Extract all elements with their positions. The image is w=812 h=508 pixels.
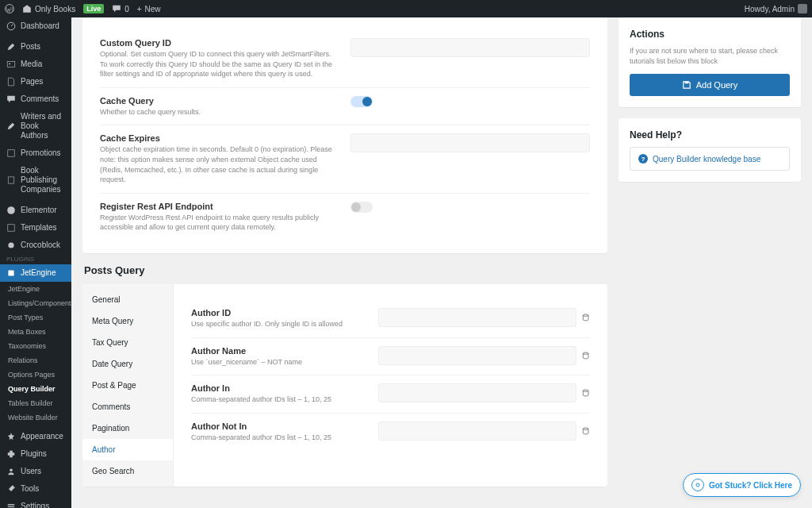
tab-general[interactable]: General <box>82 289 173 310</box>
database-icon[interactable] <box>581 388 590 398</box>
tab-pagination[interactable]: Pagination <box>82 418 173 439</box>
subitem-posttypes[interactable]: Post Types <box>0 310 71 325</box>
sidebar-item-tools[interactable]: Tools <box>0 480 71 498</box>
setting-label: Cache Query <box>100 96 338 106</box>
subitem-metaboxes[interactable]: Meta Boxes <box>0 325 71 339</box>
sidebar-label: Elementor <box>21 206 57 215</box>
wp-logo[interactable] <box>5 4 14 13</box>
cache-expires-input[interactable] <box>350 133 590 152</box>
subitem-taxonomies[interactable]: Taxonomies <box>0 339 71 353</box>
sidebar-item-promotions[interactable]: Promotions <box>0 144 71 162</box>
svg-rect-2 <box>7 61 15 67</box>
sidebar-label: Pages <box>21 77 43 87</box>
sidebar-item-posts[interactable]: Posts <box>0 38 71 56</box>
comments-count: 0 <box>124 5 129 13</box>
author-not-in-input[interactable] <box>378 421 576 441</box>
tab-meta-query[interactable]: Meta Query <box>82 310 173 332</box>
sidebar-label: Templates <box>21 223 57 233</box>
sidebar-item-comments[interactable]: Comments <box>0 90 71 108</box>
field-desc: Comma-separated author IDs list – 1, 10,… <box>191 394 366 405</box>
sidebar-label: Posts <box>21 42 40 52</box>
svg-point-3 <box>9 64 10 65</box>
got-stuck-button[interactable]: Got Stuck? Click Here <box>683 473 801 497</box>
svg-point-17 <box>583 428 588 429</box>
howdy-link[interactable]: Howdy, Admin <box>745 4 807 13</box>
actions-box: Actions If you are not sure where to sta… <box>619 17 801 107</box>
tab-date-query[interactable]: Date Query <box>82 353 173 375</box>
database-icon[interactable] <box>581 351 590 360</box>
setting-desc: Register WordPress Rest API endpoint to … <box>100 213 338 233</box>
database-icon[interactable] <box>581 426 590 436</box>
author-name-input[interactable] <box>378 346 576 365</box>
sidebar-item-templates[interactable]: Templates <box>0 219 71 237</box>
sidebar-label: Book Publishing Companies <box>21 166 65 194</box>
database-icon[interactable] <box>581 313 590 322</box>
help-link[interactable]: ? Query Builder knowledge base <box>630 147 790 171</box>
tab-list: General Meta Query Tax Query Date Query … <box>82 284 174 487</box>
subitem-tables[interactable]: Tables Builder <box>0 396 71 410</box>
rest-api-toggle[interactable] <box>350 202 373 213</box>
sidebar-item-jetengine[interactable]: JetEngine <box>0 264 71 282</box>
tab-content-author: Author ID Use specific author ID. Only s… <box>174 284 607 487</box>
subitem-listings[interactable]: Listings/Components <box>0 296 71 310</box>
svg-rect-10 <box>8 504 14 505</box>
help-link-text: Query Builder knowledge base <box>653 155 760 164</box>
sidebar-label: Comments <box>21 94 59 104</box>
sidebar-item-appearance[interactable]: Appearance <box>0 428 71 445</box>
setting-label: Cache Expires <box>100 133 338 143</box>
plugins-separator: PLUGINS <box>0 254 71 264</box>
tab-geo-search[interactable]: Geo Search <box>82 460 173 482</box>
svg-point-16 <box>583 390 588 391</box>
new-label: New <box>145 5 161 13</box>
tab-tax-query[interactable]: Tax Query <box>82 332 173 353</box>
help-icon: ? <box>638 154 648 164</box>
sidebar-item-media[interactable]: Media <box>0 56 71 73</box>
sidebar-item-elementor[interactable]: Elementor <box>0 202 71 219</box>
tab-comments[interactable]: Comments <box>82 396 173 418</box>
svg-rect-6 <box>8 225 14 231</box>
sidebar-item-plugins[interactable]: Plugins <box>0 445 71 463</box>
field-author-name: Author Name Use `user_nicename` – NOT na… <box>191 338 590 376</box>
subitem-jetengine[interactable]: JetEngine <box>0 282 71 296</box>
subitem-website[interactable]: Website Builder <box>0 410 71 425</box>
field-label: Author Name <box>191 346 366 356</box>
site-name-link[interactable]: Only Books <box>22 4 75 13</box>
sidebar-label: Writers and Book Authors <box>21 112 65 140</box>
setting-rest-api: Register Rest API Endpoint Register Word… <box>100 194 590 241</box>
tab-post-page[interactable]: Post & Page <box>82 375 173 396</box>
setting-label: Custom Query ID <box>100 38 338 48</box>
cache-query-toggle[interactable] <box>350 96 373 107</box>
help-title: Need Help? <box>630 129 790 140</box>
subitem-relations[interactable]: Relations <box>0 353 71 368</box>
howdy-text: Howdy, Admin <box>745 5 795 13</box>
sidebar-item-users[interactable]: Users <box>0 463 71 480</box>
field-desc: Use specific author ID. Only single ID i… <box>191 319 366 329</box>
comments-link[interactable]: 0 <box>112 4 129 13</box>
custom-query-id-input[interactable] <box>350 38 590 57</box>
sidebar-item-writers[interactable]: Writers and Book Authors <box>0 108 71 144</box>
sidebar-item-settings[interactable]: Settings <box>0 498 71 508</box>
sidebar-item-pages[interactable]: Pages <box>0 73 71 90</box>
setting-desc: Optional. Set custom Query ID to connect… <box>100 49 338 79</box>
sidebar-label: Plugins <box>21 449 47 459</box>
sidebar-item-crocoblock[interactable]: Crocoblock <box>0 237 71 254</box>
field-desc: Comma-separated author IDs list – 1, 10,… <box>191 433 366 443</box>
posts-query-title: Posts Query <box>82 264 607 276</box>
sidebar-item-dashboard[interactable]: Dashboard <box>0 17 71 35</box>
sidebar-item-publishing[interactable]: Book Publishing Companies <box>0 162 71 198</box>
new-link[interactable]: +New <box>137 5 161 13</box>
author-in-input[interactable] <box>378 383 576 402</box>
query-settings-panel: Custom Query ID Optional. Set custom Que… <box>82 17 607 253</box>
lifebuoy-icon <box>691 479 704 491</box>
posts-query-panel: General Meta Query Tax Query Date Query … <box>82 284 607 487</box>
save-icon <box>682 80 691 90</box>
help-box: Need Help? ? Query Builder knowledge bas… <box>619 118 801 182</box>
tab-author[interactable]: Author <box>82 439 173 460</box>
field-author-in: Author In Comma-separated author IDs lis… <box>191 375 590 414</box>
add-query-button[interactable]: Add Query <box>630 74 790 96</box>
field-label: Author ID <box>191 308 366 318</box>
subitem-querybuilder[interactable]: Query Builder <box>0 382 71 396</box>
sidebar-label: JetEngine <box>21 268 56 278</box>
author-id-input[interactable] <box>378 308 576 327</box>
subitem-options[interactable]: Options Pages <box>0 368 71 382</box>
